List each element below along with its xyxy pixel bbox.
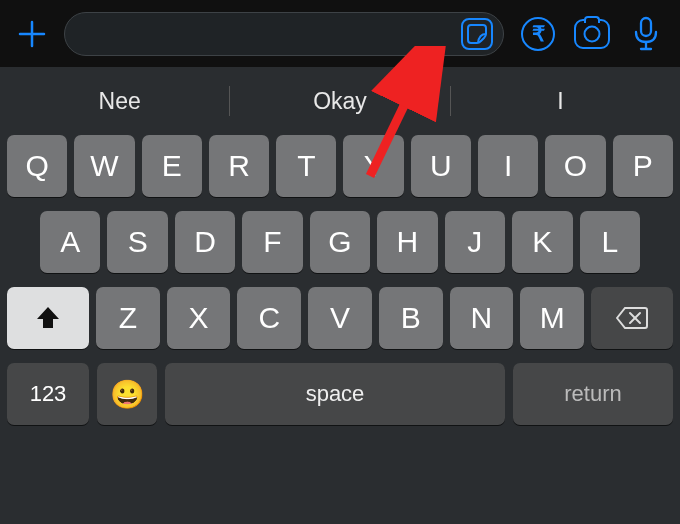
key-q[interactable]: Q xyxy=(7,135,67,197)
key-w[interactable]: W xyxy=(74,135,134,197)
key-v[interactable]: V xyxy=(308,287,372,349)
payment-button[interactable]: ₹ xyxy=(518,14,558,54)
key-b[interactable]: B xyxy=(379,287,443,349)
backspace-key[interactable] xyxy=(591,287,673,349)
keyboard: Q W E R T Y U I O P A S D F G H J K L Z … xyxy=(0,129,680,435)
sticker-icon xyxy=(467,24,487,44)
keyboard-row-3: Z X C V B N M xyxy=(7,287,673,349)
backspace-icon xyxy=(616,306,648,330)
emoji-key[interactable]: 😀 xyxy=(97,363,157,425)
keyboard-row-1: Q W E R T Y U I O P xyxy=(7,135,673,197)
key-c[interactable]: C xyxy=(237,287,301,349)
key-l[interactable]: L xyxy=(580,211,640,273)
return-key[interactable]: return xyxy=(513,363,673,425)
suggestion-3[interactable]: I xyxy=(451,82,670,121)
key-e[interactable]: E xyxy=(142,135,202,197)
svg-rect-2 xyxy=(641,18,651,36)
key-x[interactable]: X xyxy=(167,287,231,349)
key-y[interactable]: Y xyxy=(343,135,403,197)
sticker-button[interactable] xyxy=(461,18,493,50)
message-input[interactable] xyxy=(64,12,504,56)
rupee-icon: ₹ xyxy=(521,17,555,51)
key-f[interactable]: F xyxy=(242,211,302,273)
chat-input-bar: ₹ xyxy=(0,0,680,67)
key-j[interactable]: J xyxy=(445,211,505,273)
plus-icon xyxy=(17,19,47,49)
key-i[interactable]: I xyxy=(478,135,538,197)
key-u[interactable]: U xyxy=(411,135,471,197)
keyboard-row-2: A S D F G H J K L xyxy=(7,211,673,273)
voice-message-button[interactable] xyxy=(626,14,666,54)
add-button[interactable] xyxy=(14,16,50,52)
suggestion-2[interactable]: Okay xyxy=(230,82,449,121)
key-s[interactable]: S xyxy=(107,211,167,273)
key-z[interactable]: Z xyxy=(96,287,160,349)
suggestion-1[interactable]: Nee xyxy=(10,82,229,121)
key-m[interactable]: M xyxy=(520,287,584,349)
key-g[interactable]: G xyxy=(310,211,370,273)
shift-key[interactable] xyxy=(7,287,89,349)
key-r[interactable]: R xyxy=(209,135,269,197)
key-d[interactable]: D xyxy=(175,211,235,273)
keyboard-row-4: 123 😀 space return xyxy=(7,363,673,425)
numbers-key[interactable]: 123 xyxy=(7,363,89,425)
shift-icon xyxy=(35,305,61,331)
camera-icon xyxy=(574,19,610,49)
emoji-icon: 😀 xyxy=(110,378,145,411)
prediction-bar: Nee Okay I xyxy=(0,67,680,129)
key-k[interactable]: K xyxy=(512,211,572,273)
key-h[interactable]: H xyxy=(377,211,437,273)
key-p[interactable]: P xyxy=(613,135,673,197)
key-a[interactable]: A xyxy=(40,211,100,273)
key-o[interactable]: O xyxy=(545,135,605,197)
microphone-icon xyxy=(633,16,659,52)
camera-button[interactable] xyxy=(572,14,612,54)
key-t[interactable]: T xyxy=(276,135,336,197)
space-key[interactable]: space xyxy=(165,363,505,425)
key-n[interactable]: N xyxy=(450,287,514,349)
